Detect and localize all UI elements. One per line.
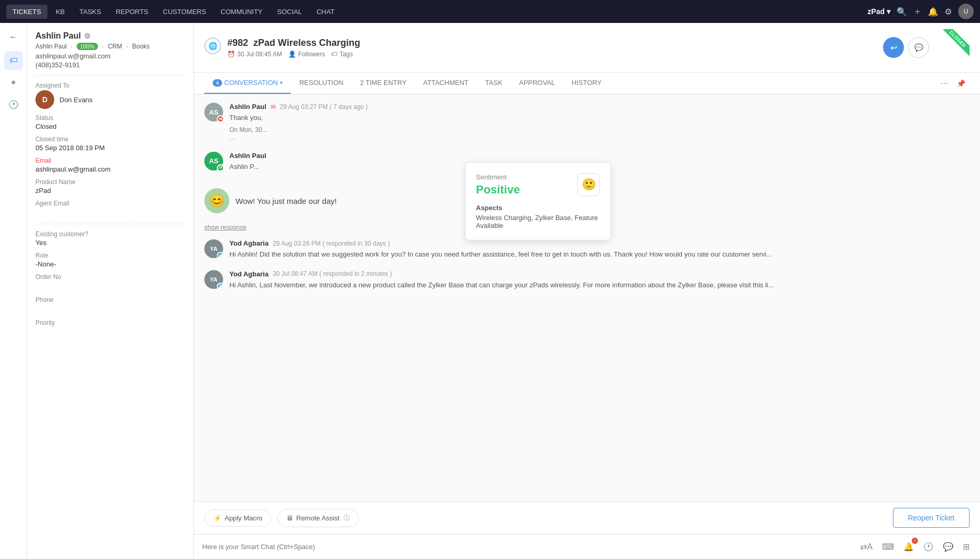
icon-sidebar: ← 🏷 ✦ 🕐: [0, 23, 27, 559]
tab-dropdown-icon[interactable]: ▾: [280, 80, 283, 86]
msg2-avatar: AS ⟳: [204, 152, 223, 171]
closed-ribbon-wrap: CLOSED: [933, 29, 970, 66]
nav-chat[interactable]: CHAT: [310, 5, 340, 19]
remote-assist-button[interactable]: 🖥 Remote Assist ⓘ: [277, 509, 359, 527]
nav-brand[interactable]: zPad ▾: [867, 7, 890, 16]
followers-label: Followers: [298, 51, 325, 58]
smart-chat-input[interactable]: [202, 543, 854, 551]
msg1-sender: Ashlin Paul: [229, 103, 266, 111]
smiley-icon: 😊: [204, 188, 229, 213]
msg4-sender: Yod Agbaria: [229, 270, 268, 278]
msg4-content: Yod Agbaria 30 Jul 08:47 AM ( responded …: [229, 270, 970, 290]
ticket-title-row: #982 zPad Wireless Charging: [227, 38, 360, 48]
customer-email: ashlinpaul.w@gmail.com: [35, 52, 185, 60]
tab-history-label: HISTORY: [572, 79, 602, 87]
sidebar-tag-icon[interactable]: 🏷: [4, 51, 23, 70]
msg3-header: Yod Agbaria 29 Aug 03:26 PM ( responded …: [229, 239, 970, 247]
add-icon[interactable]: ＋: [913, 6, 922, 17]
ticket-header: 🌐 #982 zPad Wireless Charging ⏰ 30 Jul 0…: [194, 23, 980, 72]
user-avatar[interactable]: U: [958, 4, 974, 19]
comment-button[interactable]: 💬: [908, 37, 929, 58]
order-value: [35, 282, 185, 291]
tab-pin-icon[interactable]: 📌: [952, 79, 970, 88]
crm-label: CRM: [108, 43, 122, 50]
nav-social[interactable]: SOCIAL: [271, 5, 309, 19]
customer-settings-icon[interactable]: ⚙: [84, 32, 91, 40]
brand-dropdown-icon: ▾: [887, 7, 890, 16]
msg3-sender: Yod Agbaria: [229, 239, 268, 247]
back-button[interactable]: ←: [5, 28, 22, 46]
apply-macro-label: Apply Macro: [225, 514, 262, 522]
conversation-area: AS ✉ Ashlin Paul ✉ 29 Aug 03:27 PM ( 7 d…: [194, 94, 980, 501]
msg1-content: Ashlin Paul ✉ 29 Aug 03:27 PM ( 7 days a…: [229, 103, 970, 141]
role-value: -None-: [35, 260, 185, 268]
agent-avatar: D: [35, 90, 54, 109]
nav-right-area: zPad ▾ 🔍 ＋ 🔔 ⚙ U: [867, 4, 974, 19]
msg3-avatar: YA ✉: [204, 239, 223, 258]
email-field-label: Email: [35, 157, 185, 164]
smart-chat-icons: ⇄A ⌨ 🔔! 🕐 💬 ⊞: [858, 540, 972, 554]
closed-time-value: 05 Sep 2018 08:19 PM: [35, 144, 185, 152]
panel-divider-1: [35, 75, 185, 76]
tabs-more-button[interactable]: ···: [936, 78, 952, 89]
message-3: YA ✉ Yod Agbaria 29 Aug 03:26 PM ( respo…: [204, 239, 970, 260]
priority-value: [35, 327, 185, 337]
tabs-bar: 4 CONVERSATION ▾ RESOLUTION 2 TIME ENTRY…: [194, 72, 980, 94]
phone-label: Phone: [35, 296, 185, 303]
ticket-title: zPad Wireless Charging: [253, 38, 360, 48]
translate-icon[interactable]: ⇄A: [858, 540, 875, 554]
msg3-content: Yod Agbaria 29 Aug 03:26 PM ( responded …: [229, 239, 970, 260]
grid-icon[interactable]: ⊞: [961, 540, 972, 554]
sidebar-clock-icon[interactable]: 🕐: [4, 95, 23, 114]
reopen-ticket-button[interactable]: Reopen Ticket: [893, 508, 970, 528]
agent-name: Don Evans: [59, 96, 93, 104]
msg2-initials: AS: [209, 157, 218, 165]
separator-dot: ·: [102, 43, 104, 50]
reply-button[interactable]: ↩: [883, 37, 904, 58]
tab-task[interactable]: TASK: [477, 72, 511, 94]
chat-bubble-icon[interactable]: 💬: [941, 540, 956, 554]
tab-approval[interactable]: APPROVAL: [511, 72, 564, 94]
search-icon[interactable]: 🔍: [897, 7, 907, 17]
tags-icon: 🏷: [331, 51, 337, 58]
customer-score-badge: 100%: [77, 43, 97, 50]
nav-tasks[interactable]: TASKS: [73, 5, 107, 19]
tab-attachment[interactable]: ATTACHMENT: [415, 72, 477, 94]
followers-item[interactable]: 👤 Followers: [288, 51, 325, 58]
keyboard-icon[interactable]: ⌨: [880, 540, 896, 554]
customer-sub-info: Ashlin Paul · 100% · CRM · Books: [35, 43, 185, 50]
tab-history[interactable]: HISTORY: [564, 72, 610, 94]
sidebar-star-icon[interactable]: ✦: [4, 73, 23, 92]
apply-macro-button[interactable]: ⚡ Apply Macro: [204, 509, 271, 527]
nav-customers[interactable]: CUSTOMERS: [157, 5, 213, 19]
tab-resolution[interactable]: RESOLUTION: [291, 72, 352, 94]
closed-time-label: Closed time: [35, 136, 185, 143]
tab-conversation[interactable]: 4 CONVERSATION ▾: [204, 72, 291, 94]
bottom-actions: ⚡ Apply Macro 🖥 Remote Assist ⓘ: [204, 509, 359, 527]
main-layout: ← 🏷 ✦ 🕐 Ashlin Paul ⚙ Ashlin Paul · 100%…: [0, 23, 980, 559]
msg4-badge: ✉: [217, 283, 223, 289]
msg2-badge: ⟳: [217, 164, 224, 172]
product-label: Product Name: [35, 178, 185, 186]
tags-item[interactable]: 🏷 Tags: [331, 51, 352, 58]
clock-icon[interactable]: 🕐: [921, 540, 936, 554]
status-label: Status: [35, 114, 185, 121]
msg3-initials: YA: [210, 246, 217, 252]
nav-kb[interactable]: KB: [50, 5, 71, 19]
notifications-icon[interactable]: 🔔: [928, 7, 938, 17]
existing-customer-label: Existing customer?: [35, 230, 185, 238]
header-right-area: ↩ 💬 CLOSED: [883, 29, 970, 66]
conversation-badge: 4: [213, 79, 222, 87]
panel-divider-2: [35, 224, 185, 224]
notification-icon[interactable]: 🔔!: [901, 540, 916, 554]
nav-tickets[interactable]: TICKETS: [6, 5, 47, 19]
info-icon: ⓘ: [344, 514, 350, 522]
nav-community[interactable]: COMMUNITY: [214, 5, 268, 19]
macro-icon: ⚡: [213, 514, 222, 522]
msg1-avatar: AS ✉: [204, 103, 223, 121]
settings-icon[interactable]: ⚙: [945, 7, 952, 17]
email-field-value: ashlinpaul.w@gmail.com: [35, 165, 185, 173]
message-4: YA ✉ Yod Agbaria 30 Jul 08:47 AM ( respo…: [204, 270, 970, 290]
tab-time-entry[interactable]: 2 TIME ENTRY: [352, 72, 415, 94]
nav-reports[interactable]: REPORTS: [109, 5, 155, 19]
